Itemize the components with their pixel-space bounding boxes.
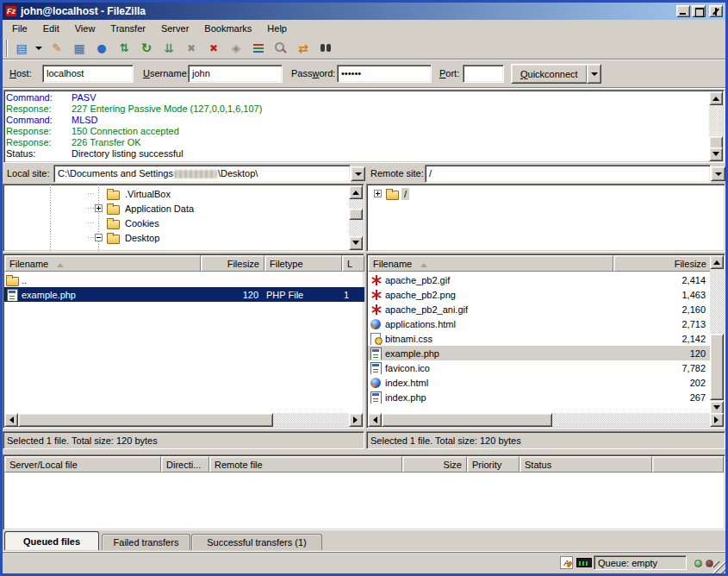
queue-header-size[interactable]: Size	[402, 456, 467, 473]
menu-item[interactable]: Help	[259, 22, 295, 35]
queue-header-priority[interactable]: Priority	[467, 456, 520, 473]
log-line-text: 227 Entering Passive Mode (127,0,0,1,6,1…	[72, 103, 262, 115]
local-tree-scrollbar-thumb[interactable]	[349, 209, 363, 220]
file-row[interactable]: ..	[4, 272, 364, 287]
menu-item[interactable]: View	[67, 22, 103, 35]
file-row[interactable]: applications.html 2,713	[368, 316, 712, 331]
password-label: Password:	[291, 68, 335, 78]
toolbar-button-icon[interactable]	[181, 39, 202, 58]
toolbar-button-icon[interactable]	[315, 39, 336, 58]
tree-item[interactable]: Desktop	[5, 230, 348, 245]
file-row[interactable]: apache_pb2_ani.gif 2,160	[368, 302, 712, 316]
file-row[interactable]: index.html 202	[368, 375, 712, 390]
menu-item[interactable]: Bookmarks	[196, 22, 259, 35]
php-file-icon	[6, 289, 20, 301]
queue-header-remote-file[interactable]: Remote file	[209, 456, 402, 473]
file-row[interactable]: apache_pb2.gif 2,414	[368, 272, 712, 287]
scroll-up-icon[interactable]	[713, 257, 720, 265]
minimize-icon[interactable]	[676, 5, 690, 17]
username-label: Username:	[143, 68, 190, 78]
toolbar-button-icon[interactable]	[69, 39, 90, 58]
password-input[interactable]: ••••••	[337, 65, 432, 83]
tree-expander-icon[interactable]	[374, 190, 382, 197]
toolbar-button-icon[interactable]	[159, 39, 179, 58]
file-row[interactable]: favicon.ico 7,782	[368, 360, 712, 375]
port-input[interactable]	[463, 65, 504, 83]
tree-item[interactable]: /	[369, 186, 723, 201]
scroll-up-icon[interactable]	[712, 93, 719, 101]
toolbar-button-icon[interactable]	[33, 39, 45, 58]
file-row[interactable]: index.php 267	[368, 390, 712, 404]
scroll-down-icon[interactable]	[713, 405, 720, 413]
menu-item[interactable]: Transfer	[103, 22, 153, 35]
filezilla-logo-icon: Fz	[5, 5, 17, 17]
toolbar-button-icon[interactable]	[136, 39, 157, 58]
quickconnect-dropdown-icon[interactable]	[587, 64, 601, 84]
maximize-icon[interactable]	[692, 5, 706, 17]
scroll-down-icon[interactable]	[712, 152, 719, 160]
remote-column-header-filesize[interactable]: Filesize	[613, 255, 712, 272]
close-icon[interactable]	[709, 5, 723, 17]
toolbar-button-icon[interactable]	[47, 39, 67, 58]
remote-path-dropdown-icon[interactable]	[711, 166, 725, 181]
remote-hscrollbar-thumb[interactable]	[382, 413, 552, 427]
toolbar-button-icon[interactable]	[293, 39, 314, 58]
file-row[interactable]: bitnami.css 2,142	[368, 331, 712, 346]
local-column-header-lastmodified[interactable]: L	[342, 255, 364, 272]
local-hscrollbar-thumb[interactable]	[18, 413, 273, 427]
file-row[interactable]: example.php 120	[368, 346, 712, 360]
tree-expander-icon[interactable]	[95, 204, 103, 212]
tree-expander-icon[interactable]	[95, 234, 103, 241]
menu-item[interactable]: Server	[153, 22, 196, 35]
local-column-header-filetype[interactable]: Filetype	[264, 255, 342, 272]
toolbar-button-icon[interactable]	[248, 39, 269, 58]
tree-item-label: /	[401, 188, 409, 200]
local-list-hscrollbar[interactable]	[4, 413, 363, 427]
scroll-right-icon[interactable]	[353, 416, 361, 423]
username-input[interactable]: john	[188, 65, 283, 83]
queue-header-filler	[652, 456, 724, 473]
quickconnect-button[interactable]: Quickconnect	[511, 64, 588, 84]
local-path-combo[interactable]: C:\Documents and Settings\Desktop\	[53, 165, 351, 183]
toolbar-button-icon[interactable]	[271, 39, 291, 58]
toolbar-button-icon[interactable]	[203, 39, 224, 58]
tree-item[interactable]: Cookies	[5, 216, 348, 230]
local-tree-scrollbar[interactable]	[349, 185, 363, 250]
local-column-header-filesize[interactable]: Filesize	[201, 255, 264, 272]
tab[interactable]: Successful transfers (1)	[191, 534, 322, 550]
remote-list-hscrollbar[interactable]	[368, 413, 724, 427]
log-scrollbar[interactable]	[709, 91, 723, 161]
scroll-up-icon[interactable]	[352, 187, 359, 195]
file-row[interactable]: apache_pb2.png 1,463	[368, 287, 712, 302]
toolbar-button-icon[interactable]	[226, 39, 246, 58]
folder-icon	[107, 217, 121, 229]
tab[interactable]: Queued files	[4, 531, 99, 550]
remote-list-vscrollbar[interactable]	[710, 255, 724, 415]
host-input[interactable]: localhost	[42, 65, 134, 83]
remote-path-combo[interactable]: /	[425, 165, 711, 183]
scroll-left-icon[interactable]	[370, 416, 377, 423]
local-column-header-filename[interactable]: Filename	[4, 255, 201, 272]
queue-header-status[interactable]: Status	[520, 456, 652, 473]
tab[interactable]: Failed transfers	[102, 534, 190, 550]
resize-grip[interactable]	[713, 561, 725, 573]
file-row[interactable]: example.php 120 PHP File 1	[4, 287, 364, 302]
scroll-left-icon[interactable]	[6, 416, 14, 423]
tree-item[interactable]: .VirtualBox	[5, 186, 348, 201]
menu-item[interactable]: Edit	[35, 22, 67, 35]
menu-item[interactable]: File	[4, 22, 35, 35]
toolbar-button-icon[interactable]	[114, 39, 134, 58]
queue-header-server-local-file[interactable]: Server/Local file	[4, 456, 161, 473]
log-line: Response: 226 Transfer OK	[6, 137, 708, 148]
scroll-right-icon[interactable]	[714, 416, 722, 423]
tree-item[interactable]: Application Data	[5, 201, 348, 216]
local-path-dropdown-icon[interactable]	[351, 166, 365, 181]
scroll-down-icon[interactable]	[352, 241, 359, 248]
toolbar-button-icon[interactable]	[11, 39, 32, 58]
remote-column-header-filename[interactable]: Filename	[368, 255, 613, 272]
sort-ascending-icon	[57, 260, 64, 267]
queue-header-direction[interactable]: Directi...	[161, 456, 209, 473]
sort-ascending-icon	[420, 260, 427, 267]
remote-vscrollbar-thumb[interactable]	[710, 334, 724, 400]
toolbar-button-icon[interactable]	[91, 39, 112, 58]
